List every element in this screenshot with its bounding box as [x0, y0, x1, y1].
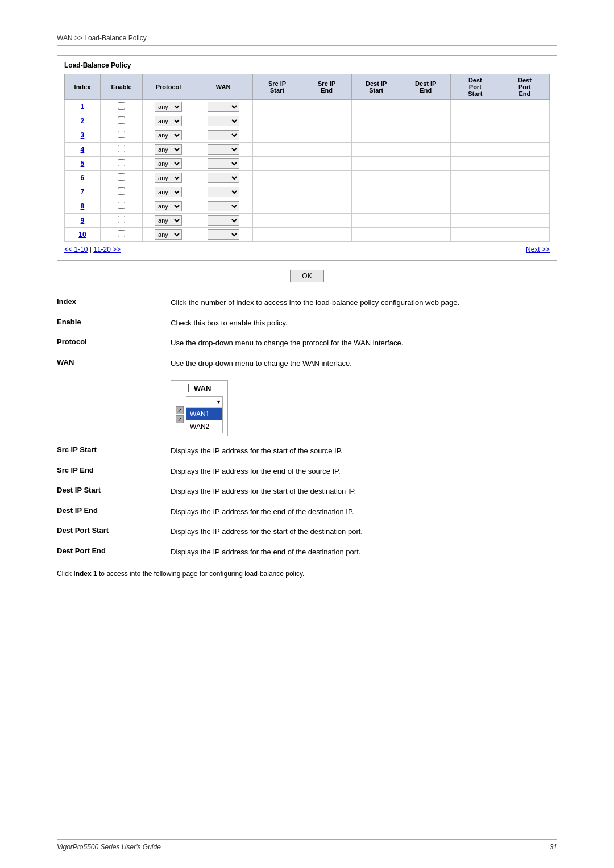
- index-cell: 7: [65, 185, 101, 199]
- index-link-3[interactable]: 3: [81, 131, 85, 139]
- index-cell: 6: [65, 171, 101, 185]
- enable-checkbox-10[interactable]: [118, 230, 125, 237]
- index-link-7[interactable]: 7: [81, 188, 85, 196]
- wan-select-6[interactable]: WAN1WAN2: [208, 173, 239, 183]
- desc-content: Displays the IP address for the end of t…: [159, 503, 557, 523]
- col-dest-port-end: DestPortEnd: [500, 74, 549, 100]
- enable-checkbox-5[interactable]: [118, 159, 125, 166]
- index-link-10[interactable]: 10: [78, 231, 86, 239]
- wan-checkbox-0[interactable]: ✓: [176, 406, 184, 414]
- wan-cell: WAN1WAN2: [194, 171, 252, 185]
- next-link[interactable]: Next >>: [526, 245, 550, 253]
- index-cell: 2: [65, 114, 101, 128]
- wan-select-5[interactable]: WAN1WAN2: [208, 158, 239, 169]
- nav-left: << 1-10 | 11-20 >>: [64, 245, 121, 253]
- protocol-select-9[interactable]: anytcpudpicmp: [155, 215, 182, 226]
- protocol-select-5[interactable]: anytcpudpicmp: [155, 158, 182, 169]
- dest-ip-start-cell-2: [351, 114, 401, 128]
- index-cell: 1: [65, 100, 101, 114]
- wan-checkbox-1[interactable]: ✓: [176, 415, 184, 423]
- dest-ip-start-cell-5: [351, 157, 401, 171]
- col-src-ip-end: Src IPEnd: [302, 74, 351, 100]
- load-balance-policy-section: Load-Balance Policy Index Enable Protoco…: [57, 55, 557, 261]
- enable-checkbox-7[interactable]: [118, 187, 125, 195]
- desc-content: Click the number of index to access into…: [159, 294, 557, 314]
- protocol-select-6[interactable]: anytcpudpicmp: [155, 173, 182, 183]
- index-link-5[interactable]: 5: [81, 160, 85, 168]
- src-ip-start-cell-4: [252, 143, 302, 157]
- wan-select-8[interactable]: WAN1WAN2: [208, 201, 239, 211]
- table-row: 8anytcpudpicmpWAN1WAN2: [65, 199, 550, 214]
- index-link-6[interactable]: 6: [81, 174, 85, 182]
- ok-button[interactable]: OK: [290, 270, 323, 282]
- src-ip-end-cell-8: [302, 199, 351, 214]
- wan-option-wan2[interactable]: WAN2: [186, 420, 222, 433]
- protocol-select-4[interactable]: anytcpudpicmp: [155, 144, 182, 155]
- dest-ip-start-cell-6: [351, 171, 401, 185]
- desc-row: Src IP EndDisplays the IP address for th…: [57, 462, 557, 483]
- desc-content: Displays the IP address for the end of t…: [159, 462, 557, 483]
- enable-checkbox-2[interactable]: [118, 116, 125, 124]
- wan-dropdown-chevron: ▾: [217, 398, 220, 406]
- dest-ip-end-cell-3: [401, 128, 450, 143]
- wan-options-box[interactable]: ▾WAN1WAN2: [186, 396, 223, 433]
- wan-select-2[interactable]: WAN1WAN2: [208, 116, 239, 126]
- nav-next-range-link[interactable]: 11-20 >>: [93, 245, 121, 253]
- description-table: IndexClick the number of index to access…: [57, 294, 557, 563]
- index-link-1[interactable]: 1: [81, 103, 85, 111]
- src-ip-end-cell-7: [302, 185, 351, 199]
- protocol-select-1[interactable]: anytcpudpicmp: [155, 102, 182, 112]
- protocol-select-3[interactable]: anytcpudpicmp: [155, 130, 182, 140]
- dest-port-end-cell-3: [500, 128, 549, 143]
- enable-checkbox-6[interactable]: [118, 173, 125, 181]
- enable-cell: [100, 185, 143, 199]
- src-ip-end-cell-10: [302, 228, 351, 242]
- footer-right: 31: [550, 843, 557, 851]
- wan-option-wan1[interactable]: WAN1: [186, 408, 222, 420]
- enable-checkbox-4[interactable]: [118, 145, 125, 152]
- dest-port-end-cell-10: [500, 228, 549, 242]
- wan-select-10[interactable]: WAN1WAN2: [208, 229, 239, 240]
- table-row: 10anytcpudpicmpWAN1WAN2: [65, 228, 550, 242]
- enable-checkbox-8[interactable]: [118, 202, 125, 209]
- index-link-9[interactable]: 9: [81, 216, 85, 224]
- desc-row: Dest Port StartDisplays the IP address f…: [57, 523, 557, 543]
- wan-select-1[interactable]: WAN1WAN2: [208, 102, 239, 112]
- wan-select-4[interactable]: WAN1WAN2: [208, 144, 239, 155]
- dest-ip-end-cell-4: [401, 143, 450, 157]
- wan-select-9[interactable]: WAN1WAN2: [208, 215, 239, 226]
- dest-port-start-cell-8: [450, 199, 500, 214]
- enable-checkbox-9[interactable]: [118, 216, 125, 223]
- wan-cell: WAN1WAN2: [194, 157, 252, 171]
- dest-ip-start-cell-9: [351, 214, 401, 228]
- col-wan: WAN: [194, 74, 252, 100]
- dest-port-end-cell-2: [500, 114, 549, 128]
- table-row: 3anytcpudpicmpWAN1WAN2: [65, 128, 550, 143]
- desc-term: Dest Port Start: [57, 523, 159, 543]
- dest-ip-start-cell-8: [351, 199, 401, 214]
- nav-prev-link[interactable]: << 1-10: [64, 245, 88, 253]
- enable-cell: [100, 228, 143, 242]
- dest-port-end-cell-8: [500, 199, 549, 214]
- table-navigation: << 1-10 | 11-20 >> Next >>: [64, 245, 550, 253]
- index-link-2[interactable]: 2: [81, 117, 85, 125]
- enable-checkbox-1[interactable]: [118, 102, 125, 110]
- dest-ip-end-cell-8: [401, 199, 450, 214]
- dest-ip-end-cell-6: [401, 171, 450, 185]
- protocol-select-2[interactable]: anytcpudpicmp: [155, 116, 182, 126]
- dest-port-start-cell-5: [450, 157, 500, 171]
- protocol-select-10[interactable]: anytcpudpicmp: [155, 229, 182, 240]
- col-src-ip-start: Src IPStart: [252, 74, 302, 100]
- wan-select-3[interactable]: WAN1WAN2: [208, 130, 239, 140]
- enable-checkbox-3[interactable]: [118, 131, 125, 138]
- wan-select-7[interactable]: WAN1WAN2: [208, 187, 239, 197]
- index-link-8[interactable]: 8: [81, 202, 85, 210]
- protocol-cell: anytcpudpicmp: [143, 171, 194, 185]
- protocol-cell: anytcpudpicmp: [143, 185, 194, 199]
- protocol-select-7[interactable]: anytcpudpicmp: [155, 187, 182, 197]
- index-link-4[interactable]: 4: [81, 145, 85, 153]
- dest-ip-end-cell-7: [401, 185, 450, 199]
- protocol-select-8[interactable]: anytcpudpicmp: [155, 201, 182, 211]
- src-ip-start-cell-9: [252, 214, 302, 228]
- src-ip-end-cell-5: [302, 157, 351, 171]
